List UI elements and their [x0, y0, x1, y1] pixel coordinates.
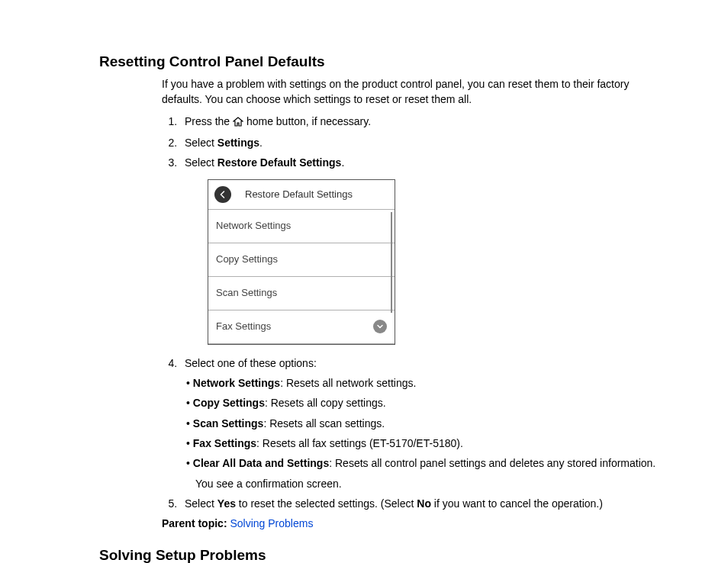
- option-scan: Scan Settings: Resets all scan settings.: [185, 416, 667, 431]
- screenshot-header: Restore Default Settings: [208, 180, 395, 210]
- step-3-bold: Restore Default Settings: [217, 156, 342, 169]
- step-2-post: .: [259, 137, 263, 149]
- section-heading-solving-setup: Solving Setup Problems: [99, 547, 667, 563]
- screenshot-row-network-label: Network Settings: [216, 219, 291, 233]
- parent-topic: Parent topic: Solving Problems: [162, 516, 667, 531]
- parent-topic-link[interactable]: Solving Problems: [230, 517, 313, 529]
- step-4-followup: You see a confirmation screen.: [195, 476, 667, 491]
- option-copy-bold: Copy Settings: [193, 397, 265, 409]
- step-5-mid: to reset the selected settings. (Select: [236, 497, 417, 510]
- option-fax-bold: Fax Settings: [193, 437, 256, 449]
- screenshot-row-copy[interactable]: Copy Settings: [208, 243, 395, 277]
- step-1-pre: Press the: [185, 115, 233, 127]
- step-5-post: if you want to cancel the operation.): [431, 497, 603, 510]
- scroll-down-icon[interactable]: [373, 320, 387, 333]
- home-icon: [233, 115, 243, 130]
- screenshot-title: Restore Default Settings: [245, 188, 353, 202]
- intro-paragraph: If you have a problem with settings on t…: [162, 76, 667, 108]
- screenshot-row-scan-label: Scan Settings: [216, 286, 277, 301]
- screenshot-list: Network Settings Copy Settings Scan Sett…: [208, 210, 395, 343]
- option-fax-rest: : Resets all fax settings (ET-5170/ET-51…: [256, 437, 463, 449]
- back-icon[interactable]: [214, 186, 231, 203]
- section-heading-resetting: Resetting Control Panel Defaults: [99, 53, 667, 70]
- option-network-rest: : Resets all network settings.: [280, 377, 416, 389]
- step-3-post: .: [341, 156, 344, 169]
- option-clear-all-rest: : Resets all control panel settings and …: [329, 457, 656, 469]
- step-2-pre: Select: [185, 137, 217, 149]
- option-copy: Copy Settings: Resets all copy settings.: [185, 395, 667, 410]
- step-2-bold: Settings: [217, 137, 259, 149]
- step-4: Select one of these options: Network Set…: [180, 355, 667, 491]
- step-4-text: Select one of these options:: [185, 357, 317, 369]
- device-screenshot: Restore Default Settings Network Setting…: [208, 179, 395, 344]
- step-2: Select Settings.: [180, 135, 667, 150]
- option-copy-rest: : Resets all copy settings.: [265, 397, 386, 409]
- option-fax: Fax Settings: Resets all fax settings (E…: [185, 436, 667, 451]
- options-list: Network Settings: Resets all network set…: [185, 375, 667, 471]
- step-5-yes: Yes: [217, 497, 236, 510]
- screenshot-row-copy-label: Copy Settings: [216, 253, 278, 267]
- option-scan-bold: Scan Settings: [193, 417, 264, 429]
- option-clear-all-bold: Clear All Data and Settings: [193, 457, 329, 469]
- parent-topic-label: Parent topic:: [162, 517, 230, 529]
- screenshot-row-network[interactable]: Network Settings: [208, 210, 395, 243]
- option-clear-all: Clear All Data and Settings: Resets all …: [185, 455, 667, 471]
- option-network: Network Settings: Resets all network set…: [185, 375, 667, 391]
- scrollbar[interactable]: [391, 212, 392, 313]
- step-1-post: home button, if necessary.: [243, 115, 371, 127]
- section-body: If you have a problem with settings on t…: [162, 76, 667, 532]
- manual-page: Resetting Control Panel Defaults If you …: [0, 0, 728, 563]
- screenshot-row-scan[interactable]: Scan Settings: [208, 277, 395, 310]
- step-5-no: No: [417, 497, 431, 510]
- steps-list: Press the home button, if necessary. Sel…: [162, 114, 667, 512]
- step-1: Press the home button, if necessary.: [180, 114, 667, 130]
- step-5: Select Yes to reset the selected setting…: [180, 496, 667, 511]
- screenshot-row-fax[interactable]: Fax Settings: [208, 310, 395, 344]
- step-3-pre: Select: [185, 156, 217, 169]
- option-network-bold: Network Settings: [193, 377, 280, 389]
- step-3: Select Restore Default Settings. Restore…: [180, 155, 667, 345]
- step-5-pre: Select: [185, 497, 217, 510]
- screenshot-row-fax-label: Fax Settings: [216, 320, 271, 334]
- option-scan-rest: : Resets all scan settings.: [263, 417, 385, 429]
